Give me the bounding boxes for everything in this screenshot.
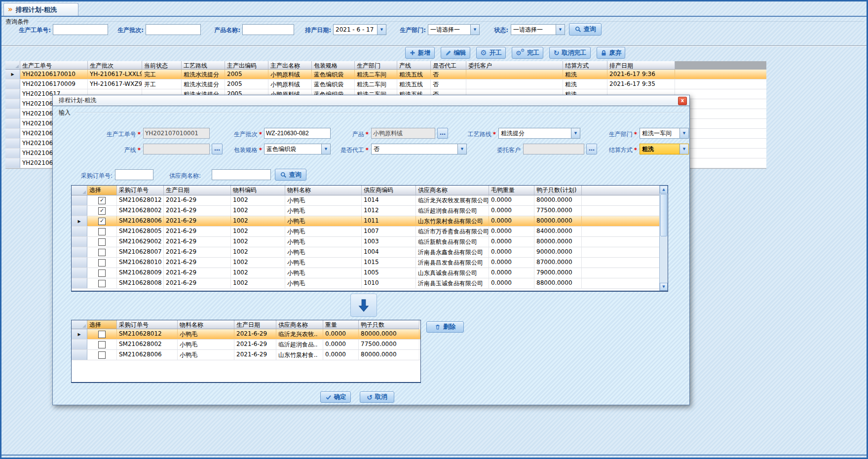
column-header[interactable]: 工艺路线 [182, 61, 225, 70]
scroll-thumb[interactable] [660, 194, 667, 236]
chevron-down-icon[interactable]: ▼ [556, 25, 565, 35]
column-header[interactable]: 生产工单号 [20, 61, 88, 70]
edit-button[interactable]: 编辑 [441, 47, 470, 59]
row-selector[interactable] [5, 139, 20, 148]
dialog-query-button[interactable]: 查询 [275, 169, 306, 181]
row-checkbox[interactable]: ✓ [98, 218, 106, 225]
row-selector[interactable] [72, 350, 87, 360]
row-selector[interactable]: ▶ [5, 70, 20, 79]
row-checkbox[interactable] [98, 228, 106, 235]
row-selector[interactable] [72, 258, 87, 268]
delete-button[interactable]: 删除 [426, 321, 464, 333]
tab-scheduling-plan[interactable]: » 排程计划-粗洗 [3, 3, 78, 16]
table-row[interactable]: SM210628006小鸭毛2021-6-29山东竹泉村食..0.0000800… [72, 350, 420, 360]
order-no-input[interactable] [53, 24, 108, 35]
table-row[interactable]: SM210628002小鸭毛2021-6-29临沂超润食品..0.0000775… [72, 340, 420, 350]
chevron-down-icon[interactable]: ▼ [571, 128, 580, 138]
row-selector[interactable] [72, 195, 87, 205]
column-header[interactable]: 排产日期 [607, 61, 675, 70]
column-header[interactable]: 生产日期 [164, 186, 231, 195]
row-selector[interactable] [5, 129, 20, 138]
column-header[interactable]: 物料名称 [285, 186, 362, 195]
table-row[interactable]: YH202106170009YH-210617-WXZ928开工粗洗水洗提分20… [5, 79, 766, 89]
row-selector[interactable] [72, 278, 87, 288]
column-header[interactable]: 采购订单号 [117, 320, 178, 329]
row-selector[interactable] [5, 89, 20, 99]
row-checkbox[interactable] [98, 259, 106, 267]
row-selector[interactable] [5, 158, 20, 168]
column-header[interactable]: 选择 [87, 186, 117, 195]
dlg-batch-input[interactable] [264, 128, 331, 139]
product-picker-button[interactable]: … [437, 128, 448, 139]
cancel-button[interactable]: ↺ 取消 [360, 391, 394, 403]
row-selector[interactable] [72, 227, 87, 236]
dialog-titlebar[interactable]: 排程计划-粗洗 [53, 95, 689, 106]
row-selector[interactable] [5, 79, 20, 89]
column-header[interactable]: 物料名称 [178, 320, 234, 329]
table-row[interactable]: SM2106280072021-6-291002小鸭毛1004沂南县永鑫食品有限… [72, 247, 659, 258]
dlg-dept-combo[interactable]: 粗洗一车间 ▼ [640, 128, 689, 139]
column-header[interactable]: 委托客户 [466, 61, 563, 70]
product-name-input[interactable] [242, 24, 294, 35]
row-checkbox[interactable]: ✓ [98, 197, 106, 204]
column-header[interactable]: 主产出编码 [225, 61, 268, 70]
scroll-down-icon[interactable]: ▼ [660, 283, 668, 291]
column-header[interactable]: 选择 [87, 320, 117, 329]
chevron-down-icon[interactable]: ▼ [457, 144, 466, 154]
row-selector[interactable] [72, 237, 87, 247]
cancel-finish-button[interactable]: ↻ 取消完工 [549, 47, 591, 59]
vertical-scrollbar[interactable]: ▲ ▼ [659, 186, 668, 291]
row-selector[interactable] [5, 119, 20, 128]
dept-filter-combo[interactable]: 一请选择一 ▼ [428, 24, 480, 35]
finish-work-button[interactable]: ⚙⚙ 完工 [512, 47, 543, 59]
scroll-up-icon[interactable]: ▲ [660, 186, 668, 193]
column-header[interactable]: 采购订单号 [117, 186, 164, 195]
row-selector[interactable] [72, 206, 87, 216]
table-row[interactable]: ▶SM210628012小鸭毛2021-6-29临沂龙兴农牧..0.000080… [72, 329, 420, 340]
row-checkbox[interactable] [98, 341, 106, 348]
row-selector[interactable] [5, 149, 20, 158]
select-all-corner[interactable] [5, 61, 20, 70]
row-selector[interactable]: ▶ [72, 329, 87, 339]
table-row[interactable]: SM2106290022021-6-291002小鸭毛1003临沂新航食品有限公… [72, 237, 659, 247]
row-checkbox[interactable]: ✓ [98, 207, 106, 215]
row-selector[interactable] [72, 268, 87, 278]
close-icon[interactable]: x [678, 97, 687, 105]
row-selector[interactable]: ▶ [72, 216, 87, 226]
select-all-corner[interactable] [72, 186, 87, 195]
select-all-corner[interactable] [72, 320, 87, 329]
table-row[interactable]: ▶YH202106170010YH-210617-LXXL931完工粗洗水洗提分… [5, 70, 766, 79]
row-checkbox[interactable] [98, 280, 106, 287]
column-header[interactable]: 包装规格 [312, 61, 355, 70]
column-header[interactable]: 生产部门 [355, 61, 397, 70]
column-header[interactable]: 是否代工 [431, 61, 466, 70]
row-checkbox[interactable] [98, 331, 106, 338]
column-header[interactable]: 供应商名称 [416, 186, 489, 195]
row-checkbox[interactable] [98, 269, 106, 277]
column-header[interactable]: 当前状态 [142, 61, 182, 70]
column-header[interactable]: 物料编码 [231, 186, 285, 195]
chevron-down-icon[interactable]: ▼ [679, 144, 688, 154]
table-row[interactable]: ▶✓SM2106280062021-6-291002小鸭毛1011山东竹泉村食品… [72, 216, 659, 227]
row-checkbox[interactable] [98, 351, 106, 359]
column-header[interactable]: 产线 [397, 61, 431, 70]
discard-button[interactable]: 废弃 [597, 47, 625, 59]
batch-input[interactable] [146, 24, 201, 35]
ok-button[interactable]: 确定 [320, 391, 351, 403]
status-filter-combo[interactable]: 一请选择一 ▼ [511, 24, 565, 35]
table-row[interactable]: SM2106280082021-6-291002小鸭毛1010沂南县玉诚食品有限… [72, 278, 659, 289]
table-row[interactable]: ✓SM2106280122021-6-291002小鸭毛1014临沂龙兴农牧发展… [72, 195, 659, 206]
row-selector[interactable] [5, 109, 20, 118]
chevron-down-icon[interactable]: ▼ [679, 128, 688, 138]
column-header[interactable]: 毛鸭重量 [489, 186, 534, 195]
table-row[interactable]: SM2106280102021-6-291002小鸭毛1015沂南县昌发食品有限… [72, 258, 659, 268]
column-header[interactable]: 生产日期 [234, 320, 276, 329]
row-selector[interactable] [72, 340, 87, 349]
column-header[interactable]: 重量 [323, 320, 359, 329]
column-header[interactable]: 供应商编码 [362, 186, 416, 195]
start-work-button[interactable]: ⚙ 开工 [476, 47, 506, 59]
dlg-settle-combo[interactable]: 粗洗 ▼ [640, 144, 689, 154]
schedule-date-combo[interactable]: 2021 - 6 - 17 ▼ [333, 24, 386, 35]
row-checkbox[interactable] [98, 249, 106, 256]
dlg-route-combo[interactable]: 粗洗提分 ▼ [498, 128, 580, 139]
